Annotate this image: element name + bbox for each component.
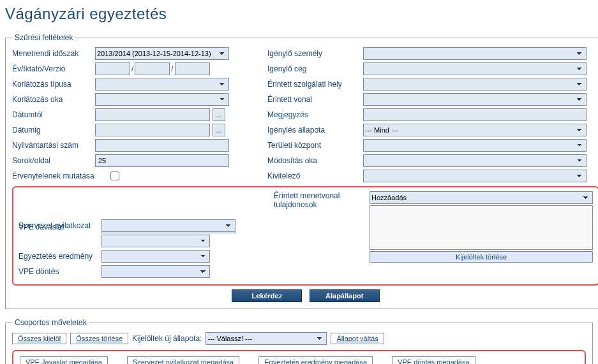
clear-all-button[interactable]: Összes törlése [70, 333, 128, 344]
date-from-input[interactable] [95, 108, 210, 121]
sep-1: / [131, 64, 133, 73]
org-decl-select[interactable] [101, 219, 235, 232]
owners-add-select[interactable]: Hozzáadás [370, 191, 593, 204]
filters-fieldset: Szűrési feltételek Menetrendi időszak 20… [5, 33, 598, 309]
note-label: Megjegyzés [267, 110, 363, 119]
show-invalid-checkbox[interactable] [110, 171, 119, 180]
select-all-button[interactable]: Összes kijelöl [12, 333, 66, 344]
req-company-label: Igénylő cég [267, 64, 363, 73]
line-label: Érintett vonal [267, 95, 363, 104]
reg-no-input[interactable] [95, 139, 229, 152]
vpe-decision-set-button[interactable]: VPE döntés megadása [392, 356, 475, 364]
highlight-group-box: VPE Javaslat megadása Szervezet nyilatko… [12, 350, 586, 364]
new-state-select[interactable]: --- Válassz! --- [206, 332, 327, 345]
req-company-select[interactable] [363, 62, 587, 75]
station-label: Érintett szolgálati hely [267, 80, 363, 89]
query-button[interactable]: Lekérdez [232, 289, 302, 302]
note-input[interactable] [363, 108, 587, 121]
iktato-input[interactable] [135, 62, 170, 75]
group-ops-fieldset: Csoportos műveletek Összes kijelöl Össze… [5, 318, 593, 364]
contractor-select[interactable] [363, 170, 587, 182]
year-input[interactable] [95, 62, 130, 75]
req-person-label: Igénylő személy [267, 49, 363, 58]
owners-label: Érintett menetvonal tulajdonosok [274, 191, 370, 209]
vpe-decision-select[interactable] [101, 265, 210, 278]
reg-no-label: Nyilvántartási szám [12, 141, 95, 150]
agree-result-set-button[interactable]: Egyeztetés eredmény megadása [258, 356, 373, 364]
timetable-label: Menetrendi időszak [12, 49, 95, 58]
restriction-type-select[interactable] [95, 78, 229, 91]
restriction-reason-label: Korlátozás oka [12, 95, 95, 104]
org-decl-label: Szervezet nyilatkozat [19, 221, 101, 230]
year-label: Év/Iktató/Verzió [12, 64, 95, 73]
sep-2: / [171, 64, 173, 73]
group-ops-legend: Csoportos műveletek [12, 318, 89, 327]
regional-label: Területi központ [267, 141, 363, 150]
new-state-label: Kijelöltek új állapota: [132, 334, 202, 343]
mod-reason-select[interactable] [363, 154, 587, 167]
station-select[interactable] [363, 78, 587, 91]
req-status-label: Igénylés állapota [267, 126, 363, 135]
agree-result-label: Egyeztetés eredmény [19, 252, 101, 261]
change-state-button[interactable]: Állapot váltás [331, 333, 384, 344]
regional-select[interactable] [363, 139, 587, 152]
filters-legend: Szűrési feltételek [12, 33, 75, 42]
req-person-select[interactable] [363, 47, 587, 60]
agree-result-select[interactable] [101, 250, 210, 263]
reset-button[interactable]: Alapállapot [310, 289, 380, 302]
version-input[interactable] [175, 62, 210, 75]
mod-reason-label: Módosítás oka [267, 156, 363, 165]
date-to-input[interactable] [95, 124, 210, 136]
org-decl-sub-select[interactable] [101, 235, 210, 247]
restriction-type-label: Korlátozás típusa [12, 80, 95, 89]
date-from-label: Dátumtól [12, 110, 95, 119]
contractor-label: Kivitelező [267, 171, 363, 180]
date-to-picker-icon[interactable]: ... [213, 124, 225, 136]
date-to-label: Dátumig [12, 126, 95, 135]
date-from-picker-icon[interactable]: ... [213, 108, 225, 121]
timetable-select[interactable]: 2013/2014 (2013-12-15-2014-12-13) [95, 47, 229, 60]
line-select[interactable] [363, 93, 587, 106]
highlight-filter-box: VPE Javaslat Érintett menetvonal tulajdo… [12, 186, 598, 286]
delete-selected-button[interactable]: Kijelöltek törlése [370, 251, 593, 263]
rows-label: Sorok/oldal [12, 156, 95, 165]
page-title: Vágányzári egyeztetés [5, 5, 593, 23]
org-decl-set-button[interactable]: Szervezet nyilatkozat megadása [127, 356, 239, 364]
vpe-decision-label: VPE döntés [19, 267, 101, 276]
restriction-reason-select[interactable] [95, 93, 229, 106]
owners-listbox[interactable] [370, 205, 593, 250]
req-status-select[interactable]: --- Mind --- [363, 124, 587, 136]
rows-input[interactable] [95, 154, 229, 167]
show-invalid-label: Érvénytelenek mutatása [12, 171, 108, 180]
vpe-proposal-set-button[interactable]: VPE Javaslat megadása [20, 356, 108, 364]
